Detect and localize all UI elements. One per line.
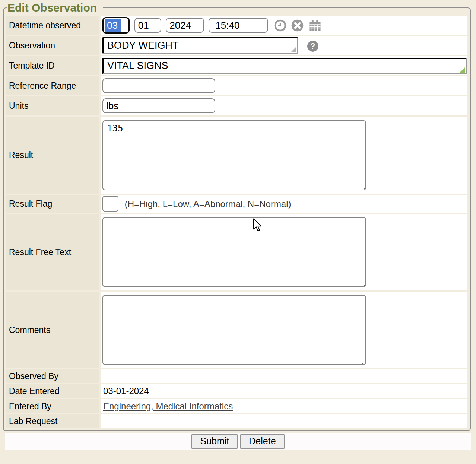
observation-form-table: Datetime observed 03 - -: [5, 15, 469, 429]
units-label: Units: [6, 96, 99, 115]
result-free-text-label: Result Free Text: [6, 214, 99, 290]
observation-input[interactable]: [102, 37, 298, 54]
row-result: Result 135: [6, 117, 467, 194]
datetime-month-input[interactable]: 03: [102, 17, 130, 34]
form-actions-bar: Submit Delete: [5, 433, 471, 450]
row-date-entered: Date Entered 03-01-2024: [6, 384, 467, 398]
row-result-flag: Result Flag (H=High, L=Low, A=Abnormal, …: [6, 195, 467, 213]
datetime-observed-label: Datetime observed: [6, 16, 99, 35]
observed-by-value: [102, 371, 103, 381]
reference-range-label: Reference Range: [6, 76, 99, 95]
calendar-icon[interactable]: [308, 19, 321, 32]
selected-month-text: 03: [105, 19, 121, 32]
row-reference-range: Reference Range: [6, 76, 467, 95]
reference-range-input[interactable]: [102, 78, 215, 93]
date-separator: -: [162, 20, 165, 31]
result-flag-hint: (H=High, L=Low, A=Abnormal, N=Normal): [125, 199, 291, 209]
datetime-day-input[interactable]: [134, 18, 161, 33]
row-entered-by: Entered By Engineering, Medical Informat…: [6, 399, 467, 413]
row-result-free-text: Result Free Text: [6, 214, 467, 290]
row-lab-request: Lab Request: [6, 414, 467, 428]
delete-button[interactable]: Delete: [240, 434, 285, 449]
date-separator: -: [130, 20, 134, 31]
result-label: Result: [6, 117, 99, 194]
result-flag-label: Result Flag: [6, 195, 99, 213]
autocomplete-corner-indicator: [291, 47, 296, 52]
result-free-text-textarea[interactable]: [102, 217, 366, 287]
observation-label: Observation: [6, 36, 99, 55]
template-id-input[interactable]: [102, 58, 467, 74]
help-icon[interactable]: ?: [307, 41, 318, 52]
date-entered-label: Date Entered: [6, 384, 99, 398]
clock-icon[interactable]: [274, 19, 286, 32]
edit-observation-page: { "title": { "legend": "Edit Observation…: [0, 0, 476, 464]
page-title: Edit Observation: [7, 1, 103, 14]
comments-textarea[interactable]: [102, 295, 366, 365]
row-template-id: Template ID: [6, 56, 467, 75]
edit-observation-fieldset: Edit Observation Datetime observed 03 - …: [3, 1, 471, 431]
date-entered-value: 03-01-2024: [102, 386, 149, 396]
row-datetime-observed: Datetime observed 03 - -: [6, 16, 467, 35]
comments-label: Comments: [6, 292, 99, 368]
lab-request-value: [102, 416, 103, 426]
row-units: Units: [6, 96, 467, 115]
template-id-label: Template ID: [6, 56, 99, 75]
entered-by-link[interactable]: Engineering, Medical Informatics: [102, 401, 233, 411]
entered-by-label: Entered By: [6, 399, 99, 413]
units-input[interactable]: [102, 98, 215, 113]
autocomplete-match-indicator: [460, 67, 465, 73]
row-comments: Comments: [6, 292, 467, 368]
result-flag-input[interactable]: [102, 196, 118, 212]
result-textarea[interactable]: 135: [102, 120, 366, 190]
datetime-year-input[interactable]: [166, 18, 204, 33]
row-observed-by: Observed By: [6, 369, 467, 383]
clear-icon[interactable]: [291, 19, 304, 32]
lab-request-label: Lab Request: [6, 414, 99, 428]
observed-by-label: Observed By: [6, 369, 99, 383]
datetime-time-input[interactable]: [209, 18, 268, 33]
submit-button[interactable]: Submit: [191, 434, 238, 449]
row-observation: Observation ?: [6, 36, 467, 55]
